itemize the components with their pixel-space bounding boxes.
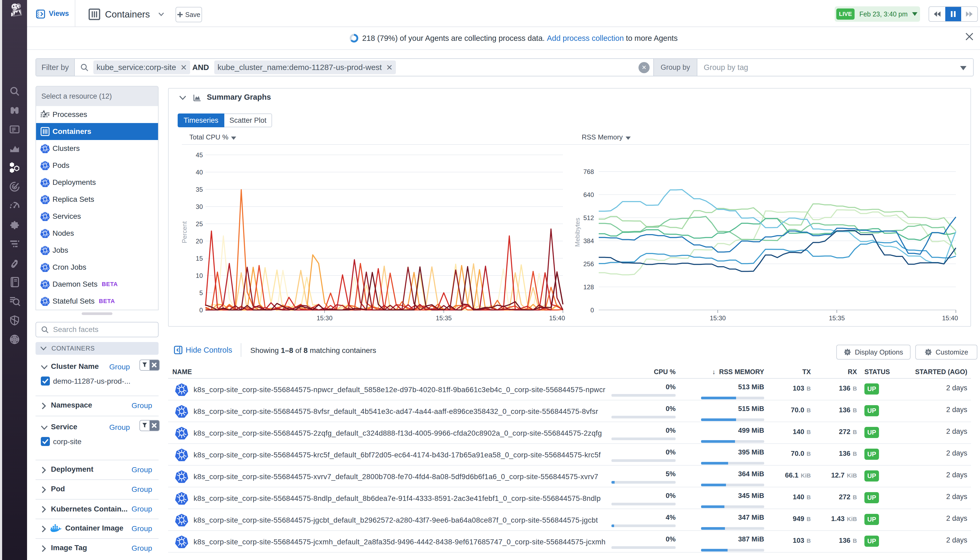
- svg-text:20: 20: [196, 238, 203, 245]
- svg-text:640: 640: [583, 191, 594, 198]
- svg-text:768: 768: [583, 168, 594, 175]
- svg-text:Percent: Percent: [181, 221, 188, 243]
- svg-text:15:35: 15:35: [829, 315, 845, 322]
- svg-text:15:35: 15:35: [436, 315, 452, 322]
- svg-text:15:40: 15:40: [549, 315, 565, 322]
- svg-text:10: 10: [196, 272, 203, 279]
- svg-text:0: 0: [199, 307, 203, 314]
- svg-text:40: 40: [196, 168, 203, 176]
- svg-text:128: 128: [583, 283, 594, 291]
- svg-text:15: 15: [196, 255, 203, 262]
- svg-text:Mebibytes: Mebibytes: [574, 218, 581, 247]
- svg-text:384: 384: [583, 237, 594, 245]
- svg-text:512: 512: [583, 214, 594, 222]
- svg-text:35: 35: [196, 186, 203, 193]
- svg-text:25: 25: [196, 220, 203, 228]
- svg-text:15:30: 15:30: [710, 315, 726, 322]
- svg-text:30: 30: [196, 203, 203, 210]
- svg-text:256: 256: [583, 260, 594, 268]
- svg-text:15:30: 15:30: [317, 315, 333, 322]
- svg-text:0: 0: [590, 307, 594, 314]
- svg-text:5: 5: [199, 289, 203, 297]
- svg-text:15:40: 15:40: [942, 315, 958, 322]
- svg-text:45: 45: [196, 152, 203, 158]
